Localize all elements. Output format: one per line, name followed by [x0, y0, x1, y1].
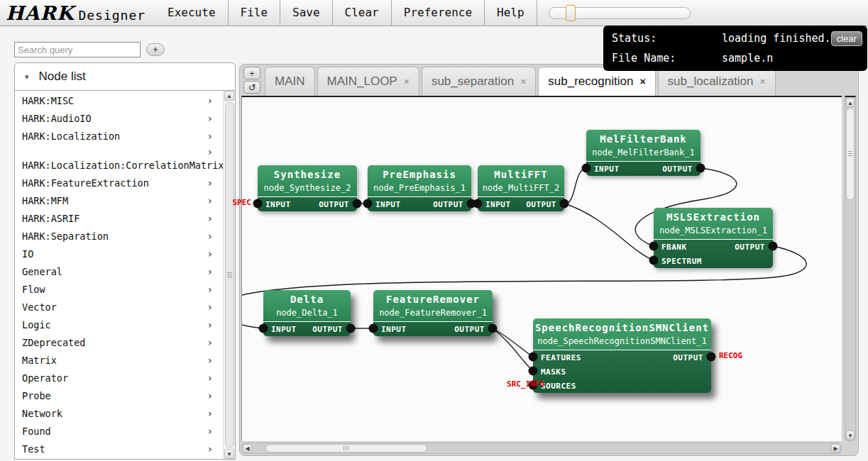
sidebar-item-general[interactable]: ›General	[15, 263, 223, 281]
chevron-right-icon: ›	[207, 281, 213, 299]
scrollbar-thumb[interactable]	[265, 444, 427, 452]
search-add-button[interactable]: +	[146, 43, 165, 56]
chevron-right-icon: ›	[207, 370, 213, 387]
sidebar-item-hark-localization[interactable]: ›HARK:Localization	[15, 128, 223, 145]
sidebar-item-network[interactable]: ›Network	[15, 405, 223, 423]
tab-label: sub_recognition	[548, 74, 633, 89]
sidebar-item-vector[interactable]: ›Vector	[15, 299, 223, 316]
sidebar-item-hark-audioio[interactable]: ›HARK:AudioIO	[15, 110, 223, 128]
node-MSLSExtraction[interactable]: MSLSExtractionnode_MSLSExtraction_1FBANK…	[654, 208, 773, 268]
sidebar-item-label: HARK:ASRIF	[22, 213, 79, 224]
chevron-right-icon: ›	[207, 145, 213, 158]
node-title: PreEmphasis	[368, 165, 471, 182]
sidebar-item-hark-mfm[interactable]: ›HARK:MFM	[15, 192, 223, 210]
node-title: FeatureRemover	[373, 290, 493, 307]
sidebar-item-logic[interactable]: ›Logic	[15, 316, 223, 334]
node-Synthesize[interactable]: Synthesizenode_Synthesize_2INPUTOUTPUT	[258, 165, 357, 211]
node-list: ›HARK:MISC›HARK:AudioIO›HARK:Localizatio…	[14, 91, 236, 460]
sidebar-item-found[interactable]: ›Found	[15, 423, 223, 440]
sidebar-item-test[interactable]: ›Test	[15, 440, 223, 458]
node-Delta[interactable]: Deltanode_Delta_1INPUTOUTPUT	[263, 290, 351, 336]
wire	[493, 328, 533, 371]
input-port-label: MASKS	[541, 367, 566, 377]
sidebar-item-probe[interactable]: ›Probe	[15, 387, 223, 405]
sidebar-item-io[interactable]: ›IO	[15, 245, 223, 263]
tab-main_loop[interactable]: MAIN_LOOP×	[317, 67, 419, 96]
sidebar-item-label: Vector	[22, 301, 57, 313]
node-instance-name: node_Delta_1	[263, 307, 351, 321]
node-list-scrollbar[interactable]: ▲ ▼	[223, 91, 235, 459]
tab-sub_separation[interactable]: sub_separation×	[422, 67, 536, 96]
output-port-label: OUTPUT	[673, 353, 703, 362]
sidebar-item-operator[interactable]: ›Operator	[15, 370, 223, 387]
hark-designer-app: HARK Designer ExecuteFileSaveClearPrefer…	[0, 0, 868, 461]
workspace: + ↺ MAINMAIN_LOOP×sub_separation×sub_rec…	[239, 64, 859, 456]
node-instance-name: node_FeatureRemover_1	[373, 307, 493, 321]
sidebar-item-hark-misc[interactable]: ›HARK:MISC	[15, 92, 223, 110]
scrollbar-thumb[interactable]	[225, 102, 234, 448]
menu-item-help[interactable]: Help	[485, 0, 537, 26]
node-title: Delta	[263, 290, 351, 307]
tab-sub_localization[interactable]: sub_localization×	[658, 67, 776, 96]
zoom-slider-thumb[interactable]	[566, 5, 576, 21]
menu-items: ExecuteFileSaveClearPreferenceHelp	[155, 0, 537, 26]
canvas-vscrollbar[interactable]: ▲ ▼	[845, 96, 856, 441]
node-PreEmphasis[interactable]: PreEmphasisnode_PreEmphasis_1INPUTOUTPUT	[368, 165, 471, 211]
tab-close-icon[interactable]: ×	[760, 76, 766, 87]
tab-main[interactable]: MAIN	[265, 67, 315, 96]
chevron-right-icon: ›	[207, 210, 213, 228]
sidebar-item-hark-asrif[interactable]: ›HARK:ASRIF	[15, 210, 223, 228]
node-MelFilterBank[interactable]: MelFilterBanknode_MelFilterBank_1INPUTOU…	[586, 130, 701, 176]
node-title: MSLSExtraction	[654, 208, 773, 225]
sidebar-item-matrix[interactable]: ›Matrix	[15, 352, 223, 370]
node-MultiFFT[interactable]: MultiFFTnode_MultiFFT_2INPUTOUTPUT	[478, 165, 564, 211]
flow-canvas[interactable]: Synthesizenode_Synthesize_2INPUTOUTPUTPr…	[241, 96, 842, 441]
scroll-left-icon[interactable]: ◀	[243, 444, 252, 452]
search-input[interactable]	[14, 42, 141, 57]
tab-close-icon[interactable]: ×	[520, 76, 526, 87]
chevron-right-icon: ›	[207, 245, 213, 263]
node-FeatureRemover[interactable]: FeatureRemovernode_FeatureRemover_1INPUT…	[373, 290, 493, 336]
logo-hark: HARK	[6, 2, 74, 24]
add-sheet-button[interactable]: +	[243, 67, 260, 79]
reload-icon[interactable]: ↺	[243, 81, 260, 94]
scroll-down-icon[interactable]: ▼	[224, 449, 234, 459]
sidebar-item-hark-separation[interactable]: ›HARK:Separation	[15, 228, 223, 245]
node-title: MelFilterBank	[586, 130, 701, 147]
sheet-tools: + ↺	[243, 67, 260, 95]
tab-close-icon[interactable]: ×	[639, 76, 645, 87]
scroll-up-icon[interactable]: ▲	[224, 91, 234, 101]
node-ports: INPUTOUTPUT	[368, 196, 471, 211]
menu-item-file[interactable]: File	[229, 0, 281, 26]
scroll-down-icon[interactable]: ▼	[846, 431, 855, 440]
node-ports: INPUTOUTPUT	[258, 196, 357, 211]
node-instance-name: node_Synthesize_2	[258, 182, 357, 196]
menu-item-clear[interactable]: Clear	[333, 0, 392, 26]
sidebar-item-label: Found	[22, 426, 51, 437]
node-SpeechRecognitionSMNClient[interactable]: SpeechRecognitionSMNClientnode_SpeechRec…	[533, 318, 711, 393]
scrollbar-thumb[interactable]	[846, 108, 855, 200]
menu-item-save[interactable]: Save	[280, 0, 333, 26]
tab-label: MAIN	[275, 74, 305, 89]
sidebar-item-label: HARK:AudioIO	[22, 113, 92, 124]
tab-close-icon[interactable]: ×	[404, 76, 410, 87]
scroll-up-icon[interactable]: ▲	[846, 98, 855, 107]
menu-item-execute[interactable]: Execute	[155, 0, 228, 26]
clear-status-button[interactable]: clear	[831, 31, 862, 46]
node-list-header[interactable]: ▾ Node list	[14, 62, 236, 91]
sidebar-item-label: HARK:Localization:CorrelationMatrix	[22, 160, 224, 171]
sidebar-item-flow[interactable]: ›Flow	[15, 281, 223, 299]
scroll-right-icon[interactable]: ▶	[831, 444, 840, 452]
external-port-label: RECOG	[719, 351, 742, 360]
sidebar-item-label: Test	[22, 443, 45, 455]
sidebar-item-hark-localization-correlationmatrix[interactable]: ›HARK:Localization:CorrelationMatrix	[15, 145, 223, 174]
zoom-slider[interactable]	[549, 7, 691, 19]
menu-item-preference[interactable]: Preference	[392, 0, 485, 26]
sidebar-item-hark-featureextraction[interactable]: ›HARK:FeatureExtraction	[15, 174, 223, 192]
tab-sub_recognition[interactable]: sub_recognition×	[538, 67, 655, 96]
search-row: +	[14, 41, 236, 58]
canvas-hscrollbar[interactable]: ◀ ▶	[241, 443, 842, 454]
node-instance-name: node_SpeechRecognitionSMNClient_1	[533, 335, 711, 350]
sidebar-item-zdeprecated[interactable]: ›ZDeprecated	[15, 334, 223, 352]
node-instance-name: node_MultiFFT_2	[478, 182, 564, 196]
